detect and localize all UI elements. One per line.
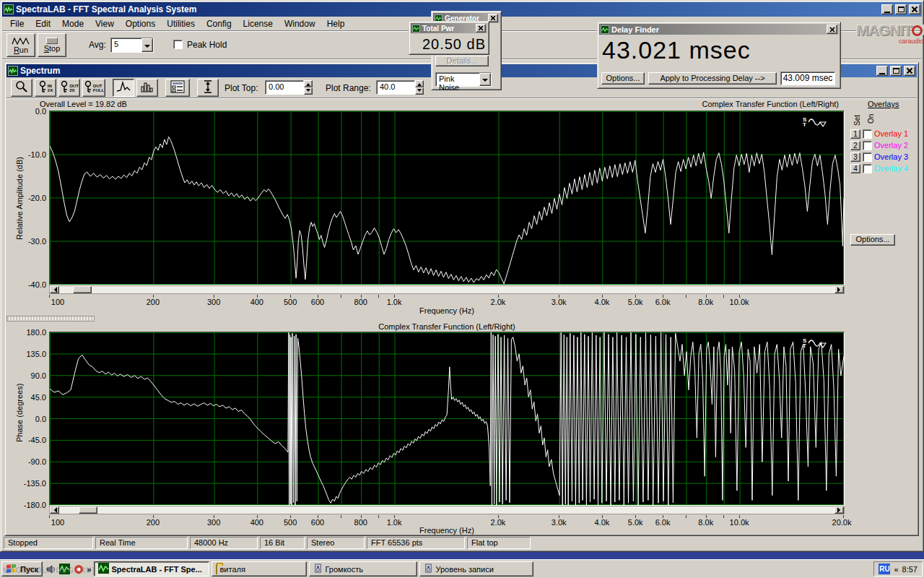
- task-label: виталя: [220, 565, 245, 574]
- menu-item-file[interactable]: File: [5, 17, 29, 30]
- x-tick: [341, 515, 341, 518]
- spectrum-close-button[interactable]: [904, 66, 915, 76]
- chart1-scroll-left[interactable]: [50, 286, 59, 293]
- overlay-on-checkbox-1[interactable]: [863, 129, 872, 139]
- overlay-row: 2Overlay 2: [850, 140, 908, 150]
- apply-processing-delay-button[interactable]: Apply to Processing Delay -->: [648, 72, 777, 85]
- zoom-out-full-label: OUT FULL: [93, 84, 104, 92]
- tray-chevron[interactable]: «: [894, 565, 898, 574]
- minimize-button[interactable]: [881, 4, 893, 14]
- start-button[interactable]: Пуск: [1, 561, 43, 577]
- zoom-out-full-button[interactable]: OUT FULL: [82, 79, 105, 97]
- y-tick-label: 0.0: [35, 415, 46, 423]
- autoscale-button[interactable]: [197, 79, 219, 97]
- avg-dropdown-arrow[interactable]: [141, 38, 153, 52]
- spectrum-maximize-button[interactable]: [890, 66, 902, 76]
- plot-top-input[interactable]: 0.00: [265, 80, 304, 95]
- chart2-scroll-thumb[interactable]: [79, 506, 97, 514]
- menu-item-window[interactable]: Window: [279, 17, 321, 30]
- menu-item-edit[interactable]: Edit: [30, 17, 56, 30]
- plot-top-spinner[interactable]: [304, 80, 313, 95]
- overlay-set-button-1[interactable]: 1: [850, 129, 860, 139]
- x-tick-label: 2.0k: [491, 298, 506, 306]
- total-pwr-window: Total Pwr 20.50 dB: [409, 21, 489, 55]
- chart1-hscrollbar[interactable]: [49, 285, 845, 294]
- generator-close-button[interactable]: [488, 14, 498, 22]
- peak-hold-checkbox[interactable]: [173, 40, 183, 49]
- run-button[interactable]: Run: [6, 33, 35, 57]
- overlay-on-checkbox-4[interactable]: [863, 164, 872, 173]
- plot-range-input[interactable]: 40.0: [376, 80, 415, 95]
- chart2-scroll-right[interactable]: [834, 506, 844, 514]
- x-tick: [723, 515, 724, 518]
- system-tray: RU « 8:57: [873, 561, 923, 577]
- x-tick-label: 8.0k: [698, 298, 713, 306]
- delay-finder-close-button[interactable]: [827, 25, 837, 34]
- spectrum-minimize-button[interactable]: [876, 66, 888, 76]
- chart2-yaxis: 180.0135.090.045.00.0-45.0-90.0-135.0-18…: [5, 332, 49, 506]
- splitter-hatch[interactable]: [6, 316, 95, 322]
- volume-icon[interactable]: [45, 563, 57, 575]
- overlay-set-button-3[interactable]: 3: [850, 152, 860, 162]
- chart1-plot[interactable]: [49, 111, 845, 285]
- menu-item-mode[interactable]: Mode: [57, 17, 89, 30]
- plot-range-spinner[interactable]: [415, 80, 424, 95]
- task-button-2[interactable]: виталя: [212, 561, 307, 577]
- task-button-4[interactable]: Уровень записи: [419, 561, 533, 577]
- avg-combobox[interactable]: 5: [110, 38, 154, 53]
- menu-item-config[interactable]: Config: [201, 17, 237, 30]
- task-button-1[interactable]: SpectraLAB - FFT Spe...: [94, 561, 209, 577]
- total-pwr-close-button[interactable]: [476, 24, 486, 33]
- generator-signal-combobox[interactable]: Pink Noise: [435, 72, 492, 87]
- stop-button[interactable]: Stop: [38, 33, 66, 57]
- line-plot-button[interactable]: [113, 79, 134, 97]
- zoom-in-2x-label: IN 2X: [48, 84, 53, 92]
- chart1-scroll-right[interactable]: [834, 286, 844, 293]
- overlays-panel: Overlays Set On 1Overlay 12Overlay 23Ove…: [846, 100, 918, 259]
- plot-range-value: 40.0: [377, 81, 414, 94]
- overlay-label-2: Overlay 2: [874, 141, 908, 150]
- y-tick-label: -135.0: [24, 479, 46, 488]
- language-indicator[interactable]: RU: [879, 564, 890, 574]
- zoom-button[interactable]: [11, 79, 32, 97]
- media-player-icon[interactable]: [72, 563, 84, 575]
- y-tick-label: -90.0: [28, 457, 46, 466]
- overlay-on-checkbox-3[interactable]: [863, 152, 872, 162]
- avg-label: Avg:: [89, 40, 106, 50]
- maximize-button[interactable]: [895, 4, 907, 14]
- overflow-chevron[interactable]: »: [87, 565, 91, 574]
- close-button[interactable]: [909, 4, 920, 14]
- x-tick-label: 3.0k: [552, 298, 567, 306]
- chart2-scroll-left[interactable]: [50, 506, 59, 514]
- menu-item-view[interactable]: View: [90, 17, 119, 30]
- zoom-out-2x-button[interactable]: OUT 2X: [58, 79, 80, 97]
- x-tick: [723, 295, 724, 298]
- delay-options-button[interactable]: Options...: [601, 72, 645, 85]
- menu-item-help[interactable]: Help: [322, 17, 350, 30]
- zoom-out-full-icon: [84, 80, 92, 96]
- bar-plot-button[interactable]: [136, 79, 158, 97]
- chart1-xlabel: Frequency (Hz): [49, 306, 845, 315]
- chart2-hscrollbar[interactable]: [49, 506, 845, 514]
- chart1-scroll-thumb[interactable]: [73, 286, 92, 293]
- avg-value: 5: [111, 38, 141, 52]
- zoom-in-2x-button[interactable]: IN 2X: [35, 79, 56, 97]
- overlay-on-checkbox-2[interactable]: [863, 141, 872, 150]
- x-tick-label: 10.0k: [730, 298, 749, 306]
- x-tick: [686, 295, 687, 298]
- display-options-button[interactable]: [165, 79, 190, 97]
- total-pwr-title: Total Pwr: [422, 25, 474, 33]
- menu-item-utilities[interactable]: Utilities: [162, 17, 200, 30]
- menu-item-license[interactable]: License: [238, 17, 278, 30]
- spectralab-icon[interactable]: [58, 563, 71, 575]
- generator-signal-dropdown-arrow[interactable]: [479, 73, 491, 86]
- chart2-plot[interactable]: [49, 332, 845, 506]
- overlays-options-button[interactable]: Options...: [850, 234, 895, 246]
- overlay-set-button-2[interactable]: 2: [850, 141, 860, 150]
- overlay-label-1: Overlay 1: [874, 129, 908, 138]
- overlay-set-button-4[interactable]: 4: [850, 164, 860, 173]
- total-pwr-titlebar: Total Pwr: [411, 23, 487, 33]
- menu-item-options[interactable]: Options: [121, 17, 160, 30]
- generator-details-button[interactable]: Details...: [435, 56, 489, 66]
- task-button-3[interactable]: Громкость: [309, 561, 417, 577]
